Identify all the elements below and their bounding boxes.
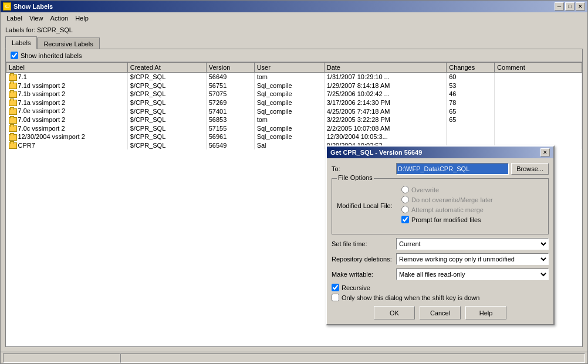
table-row[interactable]: 12/30/2004 vssimport 2 $/CPR_SQL 56961 S… xyxy=(6,132,582,141)
minimize-button[interactable]: ─ xyxy=(555,2,564,11)
cell-changes: 78 xyxy=(447,98,495,107)
cell-label: 12/30/2004 vssimport 2 xyxy=(6,132,128,141)
repo-deletions-row: Repository deletions: Remove working cop… xyxy=(332,253,549,265)
cell-date: 4/25/2005 7:47:18 AM xyxy=(324,107,446,115)
radio-overwrite-row: Overwrite xyxy=(401,186,493,193)
cell-created-at: $/CPR_SQL xyxy=(127,115,206,124)
dialog-to-row: To: Browse... xyxy=(332,163,549,175)
folder-icon xyxy=(9,100,17,106)
title-buttons: ─ □ ✕ xyxy=(555,2,585,11)
col-comment[interactable]: Comment xyxy=(495,63,582,73)
repo-deletions-select[interactable]: Remove working copy only if unmodified R… xyxy=(396,253,549,265)
menu-action[interactable]: Action xyxy=(47,13,72,23)
cell-label: 7.0c vssimport 2 xyxy=(6,124,128,133)
cell-created-at: $/CPR_SQL xyxy=(127,81,206,90)
recursive-row: Recursive xyxy=(332,284,549,291)
table-row[interactable]: 7.1 $/CPR_SQL 56649 tom 1/31/2007 10:29:… xyxy=(6,73,582,81)
cell-comment xyxy=(495,98,582,107)
folder-icon xyxy=(9,83,17,89)
cell-user: Sql_compile xyxy=(254,124,324,133)
folder-icon xyxy=(9,142,17,149)
tabs: Labels Recursive Labels xyxy=(1,36,587,49)
ok-button[interactable]: OK xyxy=(374,306,415,319)
cell-changes: 60 xyxy=(447,73,495,81)
cell-created-at: $/CPR_SQL xyxy=(127,73,206,81)
cell-created-at: $/CPR_SQL xyxy=(127,132,206,141)
maximize-button[interactable]: □ xyxy=(565,2,575,11)
get-dialog: Get CPR_SQL - Version 56649 ✕ To: Browse… xyxy=(326,145,555,325)
cell-date: 1/29/2007 8:14:18 AM xyxy=(324,81,446,90)
file-options-group: File Options Modified Local File: Overwr… xyxy=(332,178,549,234)
labels-for-text: Labels for: $/CPR_SQL xyxy=(1,24,587,36)
table-row[interactable]: 7.0d vssimport 2 $/CPR_SQL 56853 tom 3/2… xyxy=(6,115,582,124)
menu-view[interactable]: View xyxy=(26,13,47,23)
recursive-checkbox[interactable] xyxy=(332,284,339,291)
help-button[interactable]: Help xyxy=(465,306,506,319)
make-writable-select[interactable]: Make all files read-only Make all files … xyxy=(396,268,549,280)
cell-created-at: $/CPR_SQL xyxy=(127,107,206,115)
table-row[interactable]: 7.0e vssimport 2 $/CPR_SQL 57401 Sql_com… xyxy=(6,107,582,115)
modified-local-file-row: Modified Local File: Overwrite Do not ov… xyxy=(337,186,543,226)
radio-no-overwrite[interactable] xyxy=(401,196,409,203)
cell-label: 7.1b vssimport 2 xyxy=(6,90,128,98)
cell-changes: 46 xyxy=(447,90,495,98)
col-label[interactable]: Label xyxy=(6,63,128,73)
tab-labels[interactable]: Labels xyxy=(5,36,37,49)
cell-date: 3/17/2006 2:14:30 PM xyxy=(324,98,446,107)
table-row[interactable]: 7.0c vssimport 2 $/CPR_SQL 57155 Sql_com… xyxy=(6,124,582,133)
set-file-time-select[interactable]: Current Checkin Today xyxy=(396,238,549,250)
close-button[interactable]: ✕ xyxy=(576,2,585,11)
make-writable-label: Make writable: xyxy=(332,271,396,278)
to-input[interactable] xyxy=(396,163,509,175)
cell-changes xyxy=(447,132,495,141)
col-date[interactable]: Date xyxy=(324,63,446,73)
radio-auto-merge[interactable] xyxy=(401,206,409,213)
folder-icon xyxy=(9,91,17,98)
radio-overwrite-label: Overwrite xyxy=(411,186,439,193)
menu-bar: Label View Action Help xyxy=(1,12,587,24)
folder-icon xyxy=(9,125,17,132)
menu-label[interactable]: Label xyxy=(3,13,26,23)
show-inherited-checkbox[interactable] xyxy=(11,52,18,59)
col-created-at[interactable]: Created At xyxy=(127,63,206,73)
radio-group: Overwrite Do not overwrite/Merge later A… xyxy=(401,186,493,226)
show-inherited-row: Show inherited labels xyxy=(6,49,582,62)
cell-comment xyxy=(495,132,582,141)
cell-date: 7/25/2006 10:02:42 ... xyxy=(324,90,446,98)
prompt-checkbox-row: Prompt for modified files xyxy=(401,216,493,223)
cell-version: 57075 xyxy=(206,90,254,98)
cell-label: 7.1d vssimport 2 xyxy=(6,81,128,90)
cell-label: 7.1a vssimport 2 xyxy=(6,98,128,107)
table-row[interactable]: 7.1d vssimport 2 $/CPR_SQL 56751 Sql_com… xyxy=(6,81,582,90)
prompt-checkbox[interactable] xyxy=(401,216,409,223)
cell-version: 57155 xyxy=(206,124,254,133)
cell-changes: 65 xyxy=(447,115,495,124)
cell-comment xyxy=(495,90,582,98)
cell-label: 7.0d vssimport 2 xyxy=(6,115,128,124)
cell-comment xyxy=(495,73,582,81)
browse-button[interactable]: Browse... xyxy=(511,163,549,175)
col-version[interactable]: Version xyxy=(206,63,254,73)
only-show-row: Only show this dialog when the shift key… xyxy=(332,294,549,301)
cell-version: 56751 xyxy=(206,81,254,90)
folder-icon xyxy=(9,117,17,124)
dialog-close-button[interactable]: ✕ xyxy=(540,148,550,157)
cell-version: 57269 xyxy=(206,98,254,107)
dialog-title-bar: Get CPR_SQL - Version 56649 ✕ xyxy=(327,147,553,158)
modified-local-file-label: Modified Local File: xyxy=(337,202,401,209)
show-inherited-label: Show inherited labels xyxy=(11,52,577,59)
col-changes[interactable]: Changes xyxy=(447,63,495,73)
cancel-button[interactable]: Cancel xyxy=(420,306,461,319)
status-text xyxy=(3,353,120,363)
table-row[interactable]: 7.1b vssimport 2 $/CPR_SQL 57075 Sql_com… xyxy=(6,90,582,98)
menu-help[interactable]: Help xyxy=(72,13,92,23)
only-show-checkbox[interactable] xyxy=(332,294,339,301)
set-file-time-label: Set file time: xyxy=(332,240,396,247)
table-row[interactable]: 7.1a vssimport 2 $/CPR_SQL 57269 Sql_com… xyxy=(6,98,582,107)
cell-version: 57401 xyxy=(206,107,254,115)
col-user[interactable]: User xyxy=(254,63,324,73)
radio-overwrite[interactable] xyxy=(401,186,409,193)
cell-user: Sql_compile xyxy=(254,81,324,90)
radio-auto-merge-label: Attempt automatic merge xyxy=(411,206,484,213)
to-label: To: xyxy=(332,165,396,172)
